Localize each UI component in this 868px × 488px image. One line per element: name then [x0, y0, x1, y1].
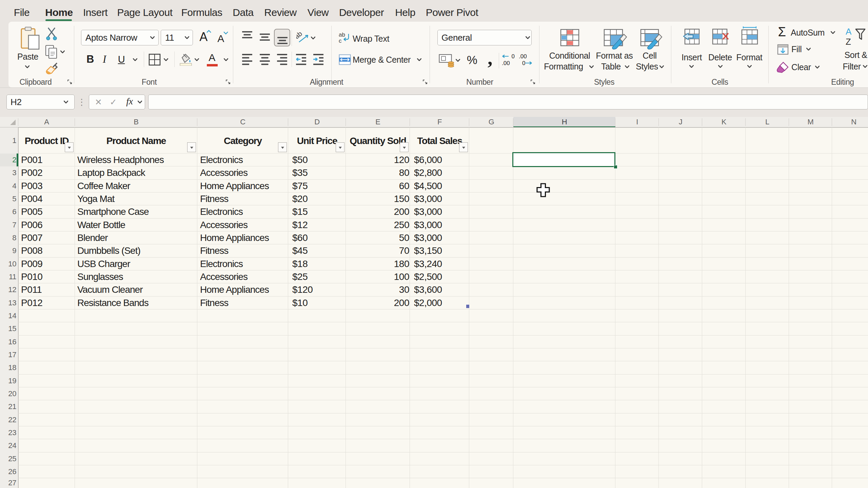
svg-text:0: 0	[512, 54, 515, 60]
svg-text:Z: Z	[846, 37, 851, 46]
svg-text:c: c	[339, 38, 342, 43]
svg-text:.00: .00	[502, 60, 510, 66]
svg-text:ab: ab	[339, 32, 345, 38]
svg-text:0: 0	[522, 60, 525, 66]
svg-text:ab: ab	[296, 30, 303, 40]
svg-text:.00: .00	[519, 54, 527, 60]
svg-text:A: A	[846, 26, 852, 37]
